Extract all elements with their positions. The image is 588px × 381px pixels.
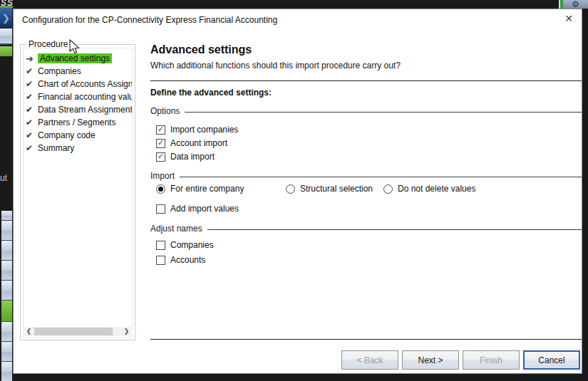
checkbox-account-import[interactable]: ✓ Account import	[156, 138, 227, 148]
define-settings-label: Define the advanced settings:	[150, 88, 272, 98]
checkbox-checked-icon: ✓	[156, 139, 165, 148]
adjust-names-label: Adjust names	[150, 224, 202, 234]
checkbox-label: Add import values	[170, 204, 239, 214]
procedure-item-label: Companies	[38, 66, 81, 76]
procedure-item-partners-segments[interactable]: ✔ Partners / Segments	[24, 116, 132, 129]
procedure-item-financial-values[interactable]: ✔ Financial accounting values	[24, 90, 132, 103]
back-button[interactable]: < Back	[341, 350, 398, 370]
checkbox-label: Data import	[170, 152, 215, 162]
toolbar-button[interactable]	[1, 211, 12, 221]
toolbar-button-green[interactable]	[1, 301, 12, 322]
check-icon: ✔	[26, 144, 38, 152]
toolbar-button[interactable]	[0, 28, 12, 45]
background-settings-button[interactable]: ⚙	[563, 0, 588, 9]
checkbox-label: Account import	[170, 138, 227, 148]
checkbox-icon	[156, 241, 165, 250]
procedure-item-label: Summary	[38, 143, 74, 153]
checkbox-icon	[156, 204, 165, 214]
toolbar-button[interactable]	[1, 322, 12, 342]
toolbar-button[interactable]	[1, 241, 12, 261]
divider	[150, 339, 582, 340]
checkbox-checked-icon: ✓	[156, 152, 165, 162]
check-icon: ✔	[26, 105, 38, 114]
radio-icon	[286, 184, 295, 194]
adjust-names-section-header: Adjust names	[150, 224, 582, 234]
radio-icon	[383, 184, 393, 194]
procedure-item-label: Chart of Accounts Assignment	[38, 79, 133, 89]
wizard-button-row: < Back Next > Finish Cancel	[341, 350, 580, 370]
scroll-left-icon[interactable]: ❮	[24, 327, 33, 336]
procedure-groupbox: Procedure ➔ Advanced settings ✔ Companie…	[20, 44, 135, 340]
checkbox-label: Accounts	[170, 255, 205, 265]
procedure-item-label: Data Stream Assignment	[38, 105, 133, 115]
section-rule	[207, 229, 582, 230]
checkbox-companies[interactable]: Companies	[156, 240, 214, 250]
arrow-right-icon: ➔	[26, 54, 38, 63]
procedure-list[interactable]: ➔ Advanced settings ✔ Companies ✔ Chart …	[23, 48, 133, 338]
scrollbar-thumb[interactable]	[34, 328, 113, 335]
toolbar-button[interactable]	[1, 281, 12, 301]
toolbar-button[interactable]	[1, 221, 12, 241]
procedure-item-chart-of-accounts[interactable]: ✔ Chart of Accounts Assignment	[24, 78, 132, 90]
options-section-header: Options	[150, 106, 582, 116]
radio-label: For entire company	[170, 184, 244, 194]
background-partial-text: ut	[0, 173, 7, 183]
procedure-item-company-code[interactable]: ✔ Company code	[24, 129, 132, 142]
toolbar-button[interactable]	[1, 261, 12, 281]
radio-structural-selection[interactable]: Structural selection	[286, 184, 373, 194]
background-chevron-button[interactable]: ❯	[0, 8, 12, 28]
checkbox-icon	[156, 256, 165, 265]
check-icon: ✔	[26, 118, 38, 127]
procedure-item-summary[interactable]: ✔ Summary	[24, 142, 132, 155]
page-subtitle: Which additional functions should this i…	[150, 61, 401, 71]
import-section-header: Import	[150, 171, 582, 181]
procedure-item-advanced-settings[interactable]: ➔ Advanced settings	[24, 52, 132, 65]
check-icon: ✔	[26, 80, 38, 88]
procedure-item-label: Company code	[38, 130, 96, 140]
gear-icon: ⚙	[572, 0, 579, 9]
scroll-right-icon[interactable]: ❯	[122, 327, 131, 336]
checkbox-label: Companies	[170, 240, 214, 250]
section-rule	[180, 177, 582, 177]
page-title: Advanced settings	[150, 43, 252, 56]
procedure-item-label: Advanced settings	[38, 53, 112, 63]
procedure-item-label: Financial accounting values	[38, 92, 133, 102]
dialog-title: Configuration for the CP-Connectivity Ex…	[22, 15, 277, 25]
checkbox-data-import[interactable]: ✓ Data import	[156, 152, 215, 162]
toolbar-button[interactable]	[1, 362, 12, 381]
procedure-item-label: Partners / Segments	[38, 118, 115, 127]
divider	[150, 80, 582, 81]
radio-do-not-delete-values[interactable]: Do not delete values	[383, 184, 475, 194]
check-icon: ✔	[26, 131, 38, 140]
close-button[interactable]: ✕	[561, 11, 577, 26]
radio-label: Do not delete values	[398, 184, 475, 194]
checkbox-label: Import companies	[170, 125, 238, 135]
procedure-item-data-stream[interactable]: ✔ Data Stream Assignment	[24, 103, 132, 116]
section-rule	[185, 112, 582, 113]
checkbox-add-import-values[interactable]: Add import values	[156, 204, 239, 214]
checkbox-import-companies[interactable]: ✓ Import companies	[156, 125, 238, 135]
check-icon: ✔	[26, 93, 38, 101]
toolbar-button-green[interactable]	[0, 46, 12, 56]
background-toolbar-strip	[1, 211, 12, 381]
radio-selected-icon	[156, 184, 165, 194]
toolbar-button[interactable]	[1, 342, 12, 362]
horizontal-scrollbar[interactable]: ❮ ❯	[24, 327, 131, 336]
cancel-button[interactable]: Cancel	[523, 350, 580, 370]
procedure-item-companies[interactable]: ✔ Companies	[24, 65, 132, 78]
options-label: Options	[150, 106, 180, 116]
checkbox-accounts[interactable]: Accounts	[156, 255, 205, 265]
import-label: Import	[150, 171, 175, 181]
radio-label: Structural selection	[300, 184, 373, 194]
wizard-dialog: Configuration for the CP-Connectivity Ex…	[13, 9, 582, 374]
chevron-right-icon: ❯	[2, 14, 10, 23]
checkbox-checked-icon: ✓	[156, 125, 165, 135]
close-icon: ✕	[564, 13, 573, 24]
finish-button[interactable]: Finish	[463, 350, 520, 370]
radio-for-entire-company[interactable]: For entire company	[156, 184, 244, 194]
next-button[interactable]: Next >	[402, 350, 459, 370]
check-icon: ✔	[26, 67, 38, 75]
